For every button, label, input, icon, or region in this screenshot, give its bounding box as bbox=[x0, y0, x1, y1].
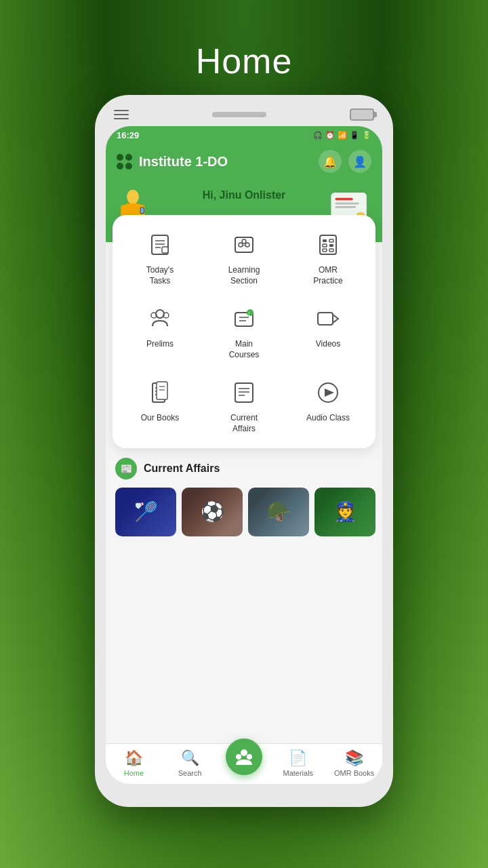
menu-item-our-books[interactable]: Our Books bbox=[118, 374, 202, 437]
menu-card: Today'sTasks bbox=[113, 215, 375, 448]
app-logo bbox=[117, 154, 132, 170]
omr-books-icon: 📚 bbox=[345, 749, 363, 767]
news-item-4[interactable]: 👮 bbox=[314, 488, 375, 536]
menu-item-audio-class[interactable]: Audio Class bbox=[286, 374, 370, 437]
prelims-label: Prelims bbox=[146, 339, 174, 350]
banner-greeting: Hi, Jinu Onlister bbox=[203, 189, 286, 201]
menu-item-omr-practice[interactable]: OMRPractice bbox=[286, 226, 370, 289]
svg-rect-31 bbox=[329, 244, 333, 247]
menu-item-main-courses[interactable]: ! MainCourses bbox=[202, 300, 286, 363]
page-title: Home bbox=[196, 41, 293, 81]
current-affairs-icon bbox=[228, 376, 260, 409]
svg-point-38 bbox=[247, 309, 253, 316]
app-name: Institute 1-DO bbox=[139, 154, 228, 170]
user-profile-icon[interactable]: 👤 bbox=[348, 150, 371, 173]
status-icons: 🎧⏰📶📱🔋 bbox=[313, 131, 371, 140]
app-header: Institute 1-DO 🔔 👤 bbox=[106, 144, 382, 181]
omr-practice-icon bbox=[312, 229, 344, 261]
nav-omr-books-label: OMR Books bbox=[334, 769, 374, 777]
svg-rect-30 bbox=[323, 244, 327, 247]
nav-materials-label: Materials bbox=[283, 769, 313, 777]
current-affairs-section-icon: 📰 bbox=[115, 458, 137, 479]
phone-screen: 16:29 🎧⏰📶📱🔋 Institute 1-DO 🔔 👤 bbox=[106, 126, 382, 784]
news-item-2[interactable]: ⚽ bbox=[182, 488, 243, 536]
audio-class-icon bbox=[312, 376, 344, 409]
svg-rect-28 bbox=[323, 239, 327, 242]
nav-center-button[interactable] bbox=[226, 738, 262, 775]
current-affairs-section: 📰 Current Affairs 🏸 ⚽ 🪖 👮 bbox=[106, 448, 382, 604]
svg-rect-32 bbox=[323, 249, 327, 252]
status-time: 16:29 bbox=[117, 130, 139, 140]
svg-point-57 bbox=[241, 749, 247, 756]
nav-item-search[interactable]: 🔍 Search bbox=[169, 749, 210, 777]
nav-item-omr-books[interactable]: 📚 OMR Books bbox=[334, 749, 375, 777]
svg-rect-10 bbox=[336, 203, 359, 205]
svg-rect-11 bbox=[336, 206, 357, 208]
news-grid: 🏸 ⚽ 🪖 👮 bbox=[115, 488, 373, 536]
svg-rect-42 bbox=[318, 313, 333, 325]
nav-item-materials[interactable]: 📄 Materials bbox=[278, 749, 319, 777]
nav-search-label: Search bbox=[178, 769, 202, 777]
current-affairs-label: CurrentAffairs bbox=[230, 413, 258, 434]
todays-tasks-label: Today'sTasks bbox=[146, 265, 174, 286]
hamburger-icon bbox=[114, 110, 129, 119]
news-item-1[interactable]: 🏸 bbox=[115, 488, 176, 536]
videos-icon bbox=[312, 302, 344, 335]
videos-label: Videos bbox=[316, 339, 340, 350]
phone-top-bar bbox=[106, 106, 382, 123]
home-icon: 🏠 bbox=[125, 749, 143, 767]
todays-tasks-icon bbox=[144, 229, 176, 261]
menu-item-prelims[interactable]: Prelims bbox=[118, 300, 202, 363]
status-bar: 16:29 🎧⏰📶📱🔋 bbox=[106, 126, 382, 144]
svg-point-0 bbox=[127, 190, 139, 204]
svg-point-58 bbox=[236, 754, 241, 760]
materials-icon: 📄 bbox=[289, 749, 307, 767]
our-books-icon bbox=[144, 376, 176, 409]
header-left: Institute 1-DO bbox=[117, 154, 228, 170]
menu-item-current-affairs[interactable]: CurrentAffairs bbox=[202, 374, 286, 437]
nav-item-home[interactable]: 🏠 Home bbox=[113, 749, 154, 777]
menu-item-learning-section[interactable]: LearningSection bbox=[202, 226, 286, 289]
our-books-label: Our Books bbox=[141, 413, 180, 424]
svg-rect-51 bbox=[235, 383, 253, 402]
menu-item-todays-tasks[interactable]: Today'sTasks bbox=[118, 226, 202, 289]
svg-rect-19 bbox=[162, 247, 168, 253]
svg-rect-9 bbox=[336, 198, 353, 201]
main-courses-label: MainCourses bbox=[229, 339, 260, 360]
learning-section-icon bbox=[228, 229, 260, 261]
search-icon: 🔍 bbox=[181, 749, 199, 767]
phone-notch bbox=[212, 112, 266, 117]
svg-point-59 bbox=[247, 754, 252, 760]
svg-point-34 bbox=[156, 310, 164, 318]
section-header: 📰 Current Affairs bbox=[115, 458, 373, 479]
main-courses-icon: ! bbox=[228, 302, 260, 335]
current-affairs-section-title: Current Affairs bbox=[144, 462, 220, 475]
audio-class-label: Audio Class bbox=[306, 413, 350, 424]
svg-rect-29 bbox=[329, 239, 333, 242]
svg-rect-33 bbox=[329, 249, 333, 252]
learning-section-label: LearningSection bbox=[228, 265, 260, 286]
svg-rect-48 bbox=[157, 382, 167, 399]
menu-item-videos[interactable]: Videos bbox=[286, 300, 370, 363]
notification-bell-icon[interactable]: 🔔 bbox=[319, 150, 342, 173]
svg-text:!: ! bbox=[249, 311, 250, 316]
omr-practice-label: OMRPractice bbox=[313, 265, 342, 286]
svg-marker-56 bbox=[325, 389, 334, 397]
power-button-icon bbox=[350, 108, 374, 121]
svg-rect-7 bbox=[141, 208, 144, 213]
prelims-icon bbox=[144, 302, 176, 335]
menu-grid: Today'sTasks bbox=[118, 226, 370, 437]
bottom-nav: 🏠 Home 🔍 Search 📄 Materials 📚 bbox=[106, 743, 382, 784]
header-icons: 🔔 👤 bbox=[319, 150, 371, 173]
svg-marker-43 bbox=[333, 315, 338, 323]
phone-shell: 16:29 🎧⏰📶📱🔋 Institute 1-DO 🔔 👤 bbox=[95, 95, 393, 807]
news-item-3[interactable]: 🪖 bbox=[248, 488, 309, 536]
nav-home-label: Home bbox=[124, 769, 144, 777]
